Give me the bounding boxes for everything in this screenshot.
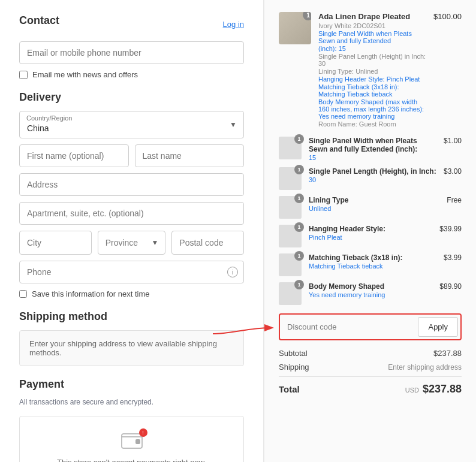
sub-name-0: Single Panel Width when Pleats Sewn and … — [309, 137, 436, 153]
payment-box: ! This store can't accept payments right… — [19, 416, 244, 462]
sub-price-2: Free — [447, 196, 462, 204]
newsletter-label: Email me with news and offers — [32, 70, 138, 79]
sub-thumb-4: 1 — [279, 253, 302, 276]
sub-thumb-0: 1 — [279, 137, 302, 159]
payment-icon: ! — [121, 431, 143, 453]
province-select[interactable]: Province — [98, 231, 166, 255]
country-wrapper: Country/Region China ▼ — [19, 111, 244, 138]
red-arrow-annotation — [207, 316, 279, 340]
discount-section: Apply — [279, 313, 462, 340]
sub-badge-1: 1 — [294, 165, 304, 174]
address-input[interactable] — [19, 173, 244, 196]
grand-total-value: $237.88 — [423, 383, 462, 395]
totals-section: Subtotal $237.88 Shipping Enter shipping… — [279, 349, 462, 395]
delivery-section: Delivery Country/Region China ▼ Province — [19, 91, 244, 298]
main-item-sub4: Single Panel Length (Height) in Inch: 30 — [318, 53, 426, 67]
sub-details-5: Body Memory Shaped Yes need memory train… — [309, 282, 432, 298]
payment-note: This store can't accept payments right n… — [57, 458, 206, 462]
postal-input[interactable] — [171, 231, 244, 255]
login-link[interactable]: Log in — [223, 20, 244, 29]
save-info-row: Save this information for next time — [19, 289, 244, 298]
save-info-checkbox[interactable] — [19, 290, 27, 298]
apt-input[interactable] — [19, 202, 244, 225]
sub-price-4: $3.99 — [444, 253, 462, 262]
sub-name-1: Single Panel Length (Height), in Inch: — [309, 167, 436, 176]
contact-title: Contact — [19, 14, 59, 27]
sub-name-3: Hanging Header Style: — [309, 225, 432, 233]
main-item-sub5: Lining Type: Unlined — [318, 68, 426, 75]
sub-item-2: 1 Lining Type Unlined Free — [279, 196, 462, 219]
sub-thumb-2: 1 — [279, 196, 302, 219]
discount-area: Apply — [279, 313, 462, 340]
main-item-sub9: Room Name: Guest Room — [318, 120, 426, 128]
main-item-sub3: (inch): 15 — [318, 45, 426, 52]
wallet-icon — [121, 434, 143, 452]
sub-val-3: Pinch Pleat — [309, 234, 432, 241]
sub-thumb-1: 1 — [279, 167, 302, 190]
sub-details-2: Lining Type Unlined — [309, 196, 439, 212]
sub-badge-0: 1 — [294, 134, 304, 144]
newsletter-checkbox[interactable] — [19, 71, 28, 79]
main-item-sub6: Hanging Header Style: Pinch Pleat — [318, 76, 426, 83]
phone-input[interactable] — [19, 261, 244, 283]
main-item-sub8: Body Memory Shaped (max width 160 inches… — [318, 98, 426, 120]
sub-thumb-3: 1 — [279, 225, 302, 247]
sub-badge-3: 1 — [294, 222, 304, 232]
sub-price-0: $1.00 — [444, 137, 462, 145]
contact-header: Contact Log in — [19, 14, 244, 34]
country-label: Country/Region — [26, 114, 72, 122]
grand-total-row: Total USD $237.88 — [279, 376, 462, 395]
shipping-label: Shipping — [279, 363, 309, 372]
sub-details-1: Single Panel Length (Height), in Inch: 3… — [309, 167, 436, 183]
main-item-price: $100.00 — [433, 12, 462, 21]
sub-val-1: 30 — [309, 176, 436, 183]
payment-subtitle: All transactions are secure and encrypte… — [19, 398, 244, 406]
subtotal-row: Subtotal $237.88 — [279, 349, 462, 358]
sub-items-list: 1 Single Panel Width when Pleats Sewn an… — [279, 137, 462, 305]
newsletter-row: Email me with news and offers — [19, 70, 244, 79]
discount-input[interactable] — [282, 317, 413, 337]
sub-badge-2: 1 — [294, 194, 304, 203]
sub-thumb-5: 1 — [279, 282, 302, 305]
apply-button[interactable]: Apply — [418, 317, 458, 337]
sub-val-4: Matching Tieback tieback — [309, 262, 436, 270]
email-input[interactable] — [19, 41, 244, 64]
sub-item-0: 1 Single Panel Width when Pleats Sewn an… — [279, 137, 462, 161]
name-row — [19, 144, 244, 167]
sub-val-5: Yes need memory training — [309, 291, 432, 298]
sub-name-2: Lining Type — [309, 196, 439, 204]
sub-item-1: 1 Single Panel Length (Height), in Inch:… — [279, 167, 462, 190]
shipping-value: Enter shipping address — [388, 363, 462, 372]
lastname-input[interactable] — [135, 144, 245, 167]
grand-value-wrap: USD $237.88 — [405, 383, 462, 395]
right-panel: 1 Ada Linen Drape Pleated Ivory White 2D… — [264, 0, 476, 462]
main-order-item: 1 Ada Linen Drape Pleated Ivory White 2D… — [279, 12, 462, 128]
sub-name-5: Body Memory Shaped — [309, 282, 432, 291]
grand-total-label: Total — [279, 384, 300, 394]
subtotal-label: Subtotal — [279, 349, 308, 358]
sub-item-4: 1 Matching Tieback (3x18 in): Matching T… — [279, 253, 462, 276]
city-province-row: Province ▼ — [19, 231, 244, 255]
firstname-input[interactable] — [19, 144, 129, 167]
province-wrapper: Province ▼ — [98, 231, 166, 255]
main-item-details: Ada Linen Drape Pleated Ivory White 2DC0… — [318, 12, 426, 128]
sub-badge-5: 1 — [294, 280, 304, 289]
currency-label: USD — [405, 386, 419, 394]
phone-info-icon[interactable]: i — [227, 267, 238, 277]
main-item-name: Ada Linen Drape Pleated — [318, 12, 426, 21]
exclaim-badge: ! — [139, 428, 147, 437]
payment-section: Payment All transactions are secure and … — [19, 378, 244, 462]
sub-price-1: $3.00 — [444, 167, 462, 176]
main-item-sub2: Single Panel Width when Pleats Sewn and … — [318, 30, 426, 44]
payment-title: Payment — [19, 378, 244, 391]
sub-details-3: Hanging Header Style: Pinch Pleat — [309, 225, 432, 241]
sub-val-0: 15 — [309, 154, 436, 161]
main-item-thumb: 1 — [279, 12, 311, 44]
left-panel: Contact Log in Email me with news and of… — [0, 0, 264, 462]
city-input[interactable] — [19, 231, 92, 255]
svg-rect-1 — [135, 439, 140, 444]
main-item-sub1: Ivory White 2DC02S01 — [318, 22, 426, 29]
shipping-row: Shipping Enter shipping address — [279, 363, 462, 372]
save-info-label: Save this information for next time — [32, 289, 150, 298]
sub-badge-4: 1 — [294, 251, 304, 261]
